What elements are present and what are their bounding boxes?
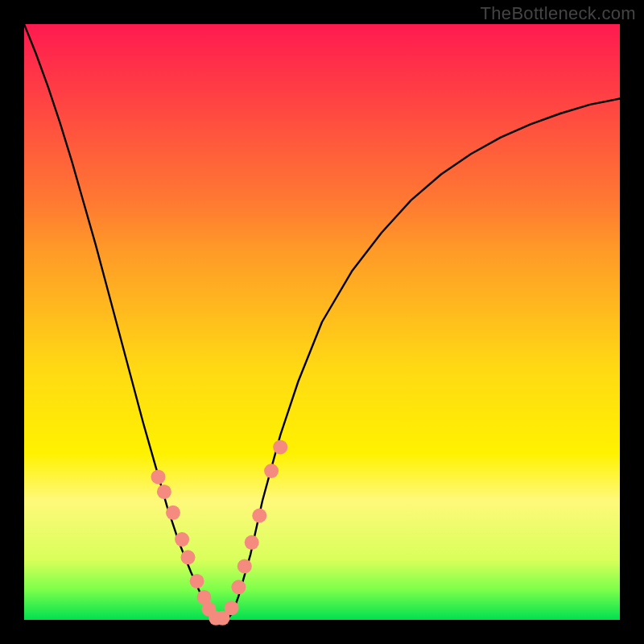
markers-group	[151, 440, 288, 625]
marker-dot	[231, 580, 246, 594]
marker-dot	[245, 535, 259, 550]
marker-dot	[151, 469, 166, 484]
curve-path	[24, 24, 620, 620]
marker-dot	[237, 559, 252, 573]
chart-svg	[24, 24, 620, 620]
marker-dot	[273, 440, 287, 454]
chart-frame: TheBottleneck.com	[0, 0, 644, 644]
marker-dot	[264, 464, 279, 478]
watermark-text: TheBottleneck.com	[481, 3, 636, 24]
plot-area	[24, 24, 620, 620]
marker-dot	[181, 550, 196, 564]
marker-dot	[252, 509, 266, 523]
marker-dot	[225, 601, 239, 615]
marker-dot	[190, 574, 204, 588]
marker-dot	[175, 532, 189, 547]
marker-dot	[157, 485, 171, 499]
marker-dot	[166, 506, 180, 520]
